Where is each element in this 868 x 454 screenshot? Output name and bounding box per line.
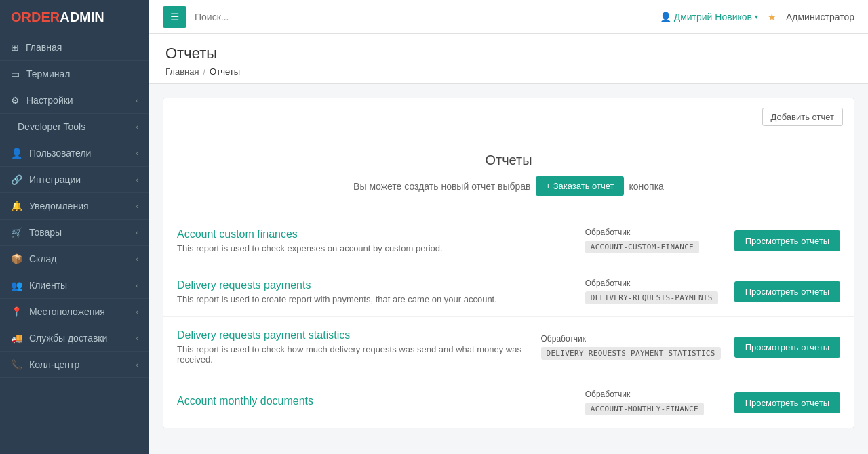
view-report-button-1[interactable]: Просмотреть отчеты — [734, 281, 840, 302]
page-title: Отчеты — [165, 45, 852, 62]
report-list: Account custom finances This report is u… — [163, 215, 854, 428]
sidebar-item-left-9: 👥 Клиенты — [11, 280, 67, 291]
sidebar-item-12[interactable]: 📞 Колл-центр ‹ — [0, 352, 149, 378]
sidebar-label-3: Developer Tools — [18, 121, 85, 132]
sidebar-icon-10: 📍 — [11, 306, 22, 317]
sidebar-item-left-5: 🔗 Интеграции — [11, 174, 81, 185]
view-report-button-3[interactable]: Просмотреть отчеты — [734, 392, 840, 413]
report-title-0[interactable]: Account custom finances — [177, 228, 572, 241]
reports-top: Добавить отчет — [163, 98, 854, 136]
report-handler-3: Обработчик ACCOUNT-MONTHLY-FINANCE — [585, 390, 721, 415]
handler-label-2: Обработчик — [541, 334, 721, 344]
sidebar-item-10[interactable]: 📍 Местоположения ‹ — [0, 299, 149, 325]
logo-order: ORDER — [11, 9, 60, 24]
breadcrumb: Главная / Отчеты — [165, 66, 852, 77]
breadcrumb-current: Отчеты — [210, 66, 240, 77]
page-header: Отчеты Главная / Отчеты — [149, 34, 868, 84]
report-desc-0: This report is used to check expenses on… — [177, 243, 572, 253]
sidebar-item-left-7: 🛒 Товары — [11, 227, 62, 238]
sidebar-item-left-4: 👤 Пользователи — [11, 148, 91, 159]
sidebar-item-left-6: 🔔 Уведомления — [11, 201, 89, 211]
chevron-icon-2: ‹ — [136, 96, 138, 104]
menu-button[interactable]: ☰ — [163, 6, 186, 28]
sidebar-item-4[interactable]: 👤 Пользователи ‹ — [0, 140, 149, 167]
sidebar-icon-4: 👤 — [11, 148, 22, 159]
handler-badge-0: ACCOUNT-CUSTOM-FINANCE — [585, 241, 699, 253]
report-title-2[interactable]: Delivery requests payment statistics — [177, 329, 528, 342]
report-info-2: Delivery requests payment statistics Thi… — [177, 329, 528, 365]
report-row-0: Account custom finances This report is u… — [163, 215, 854, 266]
sidebar-item-left-10: 📍 Местоположения — [11, 306, 105, 317]
sidebar-icon-8: 📦 — [11, 253, 22, 264]
user-name-label: Дмитрий Новиков — [674, 12, 752, 22]
sidebar-item-7[interactable]: 🛒 Товары ‹ — [0, 220, 149, 246]
star-icon[interactable]: ★ — [768, 12, 776, 22]
report-row-2: Delivery requests payment statistics Thi… — [163, 317, 854, 377]
breadcrumb-separator: / — [203, 66, 205, 77]
sidebar-item-8[interactable]: 📦 Склад ‹ — [0, 246, 149, 272]
chevron-icon-4: ‹ — [136, 149, 138, 157]
sidebar-label-6: Уведомления — [29, 201, 89, 211]
handler-label-3: Обработчик — [585, 390, 721, 399]
sidebar-icon-6: 🔔 — [11, 201, 22, 211]
sidebar-label-1: Терминал — [26, 68, 70, 79]
report-handler-1: Обработчик DELIVERY-REQUESTS-PAYMENTS — [585, 278, 721, 304]
sidebar-label-10: Местоположения — [29, 306, 105, 317]
sidebar-item-3[interactable]: Developer Tools ‹ — [0, 114, 149, 140]
order-report-button[interactable]: + Заказать отчет — [536, 176, 623, 196]
topbar-right: 👤 Дмитрий Новиков ▾ ★ Администратор — [660, 12, 854, 22]
report-row-3: Account monthly documents Обработчик ACC… — [163, 377, 854, 428]
sidebar-label-2: Настройки — [26, 95, 73, 106]
report-desc-1: This report is used to create report wit… — [177, 294, 572, 304]
sidebar-item-2[interactable]: ⚙ Настройки ‹ — [0, 87, 149, 114]
sidebar-icon-7: 🛒 — [11, 227, 22, 238]
sidebar-item-6[interactable]: 🔔 Уведомления ‹ — [0, 193, 149, 220]
handler-badge-2: DELIVERY-REQUESTS-PAYMENT-STATISTICS — [541, 347, 721, 360]
chevron-icon-3: ‹ — [136, 123, 138, 131]
sidebar-item-11[interactable]: 🚚 Службы доставки ‹ — [0, 325, 149, 352]
sidebar-item-left-2: ⚙ Настройки — [11, 95, 73, 106]
handler-badge-3: ACCOUNT-MONTHLY-FINANCE — [585, 403, 704, 415]
view-report-button-2[interactable]: Просмотреть отчеты — [734, 337, 840, 358]
chevron-icon-5: ‹ — [136, 176, 138, 184]
logo-admin: ADMIN — [60, 9, 104, 24]
sidebar-item-left-11: 🚚 Службы доставки — [11, 333, 107, 344]
role-label: Администратор — [786, 12, 854, 22]
add-report-button[interactable]: Добавить отчет — [762, 108, 844, 126]
sidebar-icon-9: 👥 — [11, 280, 22, 291]
sidebar-label-9: Клиенты — [29, 280, 67, 291]
sidebar-label-5: Интеграции — [29, 174, 81, 185]
reports-panel: Добавить отчет Отчеты Вы можете создать … — [163, 98, 854, 428]
sidebar-item-9[interactable]: 👥 Клиенты ‹ — [0, 272, 149, 299]
chevron-icon-6: ‹ — [136, 202, 138, 210]
chevron-icon-10: ‹ — [136, 308, 138, 316]
sidebar-icon-12: 📞 — [11, 359, 22, 370]
sidebar-item-left-1: ▭ Терминал — [11, 68, 70, 79]
report-row-1: Delivery requests payments This report i… — [163, 266, 854, 317]
view-report-button-0[interactable]: Просмотреть отчеты — [734, 230, 840, 251]
breadcrumb-home[interactable]: Главная — [165, 66, 199, 77]
chevron-icon-9: ‹ — [136, 281, 138, 289]
sidebar-item-1[interactable]: ▭ Терминал — [0, 61, 149, 87]
report-title-1[interactable]: Delivery requests payments — [177, 279, 572, 291]
report-info-3: Account monthly documents — [177, 395, 572, 410]
handler-label-1: Обработчик — [585, 278, 721, 288]
sidebar-icon-2: ⚙ — [11, 95, 20, 106]
search-input[interactable] — [195, 12, 652, 22]
sidebar-label-0: Главная — [26, 42, 62, 53]
sidebar-label-11: Службы доставки — [29, 333, 107, 344]
user-icon: 👤 — [660, 12, 671, 22]
chevron-icon-8: ‹ — [136, 255, 138, 263]
main-content: Отчеты Главная / Отчеты Добавить отчет О… — [149, 34, 868, 454]
reports-intro: Отчеты Вы можете создать новый отчет выб… — [163, 136, 854, 215]
user-caret-icon: ▾ — [755, 13, 758, 20]
sidebar-label-8: Склад — [29, 253, 57, 264]
reports-intro-text: Вы можете создать новый отчет выбрав + З… — [177, 176, 840, 196]
sidebar-icon-5: 🔗 — [11, 174, 22, 185]
sidebar-item-0[interactable]: ⊞ Главная — [0, 35, 149, 61]
report-title-3[interactable]: Account monthly documents — [177, 395, 572, 407]
sidebar-item-5[interactable]: 🔗 Интеграции ‹ — [0, 167, 149, 193]
report-info-1: Delivery requests payments This report i… — [177, 279, 572, 304]
sidebar-item-left-8: 📦 Склад — [11, 253, 57, 264]
user-menu[interactable]: 👤 Дмитрий Новиков ▾ — [660, 12, 758, 22]
